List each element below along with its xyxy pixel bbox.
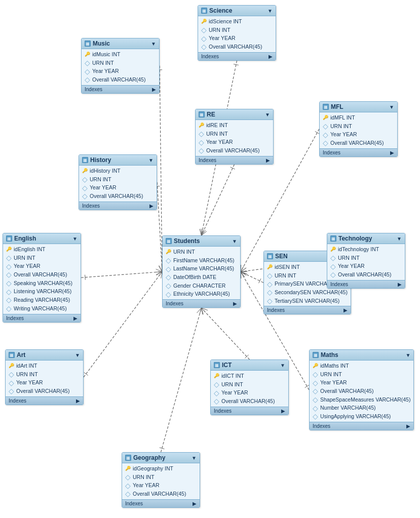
svg-line-33: [241, 272, 246, 274]
table-icon-english: ▦: [6, 235, 12, 242]
table-dropdown-english[interactable]: ▼: [72, 236, 78, 242]
field-row-students-5: ◇Ethnicity VARCHAR(45): [163, 290, 240, 298]
table-header-history: ▦History▼: [79, 155, 157, 166]
table-dropdown-geography[interactable]: ▼: [192, 455, 197, 461]
table-ict: ▦ICT▼🔑idICT INT◇URN INT◇Year YEAR◇Overal…: [210, 360, 289, 415]
field-row-music-2: ◇Year YEAR: [82, 67, 159, 75]
indexes-arrow-ict: ▶: [281, 408, 285, 414]
table-body-music: 🔑idMusic INT◇URN INT◇Year YEAR◇Overall V…: [82, 49, 159, 85]
svg-line-19: [159, 266, 162, 272]
field-dot-icon-students-5: ◇: [166, 291, 171, 298]
field-dot-icon-re-3: ◇: [199, 147, 204, 154]
indexes-arrow-sen: ▶: [343, 307, 348, 313]
field-label-maths-2: Year YEAR: [320, 379, 347, 386]
field-row-science-0: 🔑idScience INT: [198, 17, 276, 26]
field-label-art-2: Year YEAR: [16, 379, 43, 386]
svg-line-54: [241, 272, 246, 275]
indexes-label-ict: Indexes: [214, 408, 232, 414]
field-dot-icon-geography-3: ◇: [125, 490, 131, 497]
field-row-mfl-3: ◇Overall VARCHAR(45): [320, 139, 397, 147]
table-indexes-technology[interactable]: Indexes▶: [327, 280, 405, 288]
field-dot-icon-history-3: ◇: [82, 192, 88, 200]
field-dot-icon-maths-4: ◇: [313, 396, 318, 403]
indexes-label-technology: Indexes: [330, 282, 348, 287]
field-row-art-1: ◇URN INT: [6, 370, 83, 379]
table-dropdown-ict[interactable]: ▼: [280, 363, 285, 368]
svg-line-57: [197, 308, 201, 313]
field-row-maths-5: ◇Number VARCHAR(45): [310, 404, 413, 412]
table-title-science: Science: [209, 7, 232, 14]
field-label-art-0: idArt INT: [16, 362, 37, 370]
svg-line-38: [241, 271, 247, 272]
table-indexes-music[interactable]: Indexes▶: [82, 85, 159, 93]
field-label-english-6: Reading VARCHAR(45): [14, 296, 70, 304]
field-label-science-2: Year YEAR: [209, 34, 236, 42]
indexes-label-english: Indexes: [6, 315, 24, 321]
field-dot-icon-science-2: ◇: [201, 35, 207, 42]
table-dropdown-mfl[interactable]: ▼: [389, 104, 394, 110]
table-indexes-history[interactable]: Indexes▶: [79, 202, 157, 210]
table-title-history: History: [90, 156, 111, 164]
svg-line-28: [156, 272, 162, 272]
table-indexes-re[interactable]: Indexes▶: [196, 156, 273, 164]
field-label-ict-0: idICT INT: [221, 372, 244, 380]
table-dropdown-technology[interactable]: ▼: [397, 236, 402, 242]
field-label-english-3: Overall VARCHAR(45): [14, 271, 67, 278]
table-body-history: 🔑idHistory INT◇URN INT◇Year YEAR◇Overall…: [79, 166, 157, 202]
field-row-technology-0: 🔑idTechnology INT: [327, 245, 405, 254]
indexes-arrow-music: ▶: [152, 87, 156, 92]
field-label-history-0: idHistory INT: [90, 167, 121, 175]
field-row-maths-6: ◇UsingApplying VARCHAR(45): [310, 412, 413, 421]
field-label-sen-1: URN INT: [275, 272, 296, 280]
table-indexes-sen[interactable]: Indexes▶: [264, 306, 351, 314]
svg-line-32: [241, 272, 245, 277]
svg-line-30: [241, 272, 263, 283]
table-icon-students: ▦: [166, 238, 172, 244]
table-indexes-mfl[interactable]: Indexes▶: [320, 148, 397, 156]
table-dropdown-students[interactable]: ▼: [232, 238, 237, 244]
table-indexes-science[interactable]: Indexes▶: [198, 52, 276, 60]
table-indexes-students[interactable]: Indexes▶: [163, 299, 240, 307]
field-dot-icon-art-2: ◇: [9, 379, 14, 386]
table-title-sen: SEN: [275, 253, 288, 260]
table-title-technology: Technology: [338, 235, 372, 242]
table-body-ict: 🔑idICT INT◇URN INT◇Year YEAR◇Overall VAR…: [211, 371, 288, 407]
svg-line-47: [202, 308, 204, 314]
table-indexes-art[interactable]: Indexes▶: [6, 396, 83, 405]
field-dot-icon-maths-3: ◇: [313, 387, 318, 394]
table-dropdown-history[interactable]: ▼: [148, 157, 154, 163]
table-dropdown-maths[interactable]: ▼: [405, 352, 410, 358]
table-dropdown-science[interactable]: ▼: [268, 8, 273, 14]
table-icon-mfl: ▦: [323, 104, 329, 110]
indexes-arrow-students: ▶: [233, 301, 237, 306]
field-row-re-1: ◇URN INT: [196, 130, 273, 138]
field-row-english-4: ◇Speaking VARCHAR(45): [3, 279, 81, 288]
field-label-mfl-2: Year YEAR: [330, 131, 357, 138]
field-key-icon-maths-0: 🔑: [313, 363, 318, 369]
svg-line-2: [202, 230, 206, 235]
table-indexes-maths[interactable]: Indexes▶: [310, 422, 413, 430]
table-icon-geography: ▦: [125, 455, 131, 461]
field-row-music-3: ◇Overall VARCHAR(45): [82, 75, 159, 84]
field-row-technology-2: ◇Year YEAR: [327, 262, 405, 270]
field-row-students-2: ◇LastName VARCHAR(45): [163, 264, 240, 273]
field-dot-icon-mfl-2: ◇: [323, 131, 328, 138]
field-label-history-1: URN INT: [90, 176, 111, 183]
table-indexes-geography[interactable]: Indexes▶: [122, 499, 200, 507]
field-key-icon-english-0: 🔑: [6, 246, 12, 253]
table-icon-sen: ▦: [267, 253, 273, 259]
field-row-english-3: ◇Overall VARCHAR(45): [3, 270, 81, 279]
table-dropdown-music[interactable]: ▼: [151, 41, 156, 47]
indexes-arrow-technology: ▶: [398, 282, 402, 287]
svg-line-37: [241, 272, 247, 274]
table-title-students: Students: [174, 237, 200, 245]
table-body-english: 🔑idEnglish INT◇URN INT◇Year YEAR◇Overall…: [3, 244, 81, 314]
table-body-maths: 🔑idMaths INT◇URN INT◇Year YEAR◇Overall V…: [310, 361, 413, 422]
field-dot-icon-english-6: ◇: [6, 296, 12, 303]
field-dot-icon-sen-1: ◇: [267, 272, 273, 279]
table-dropdown-re[interactable]: ▼: [265, 112, 270, 117]
table-indexes-ict[interactable]: Indexes▶: [211, 407, 288, 415]
indexes-label-mfl: Indexes: [323, 150, 340, 155]
table-indexes-english[interactable]: Indexes▶: [3, 314, 81, 322]
table-dropdown-art[interactable]: ▼: [75, 352, 80, 358]
